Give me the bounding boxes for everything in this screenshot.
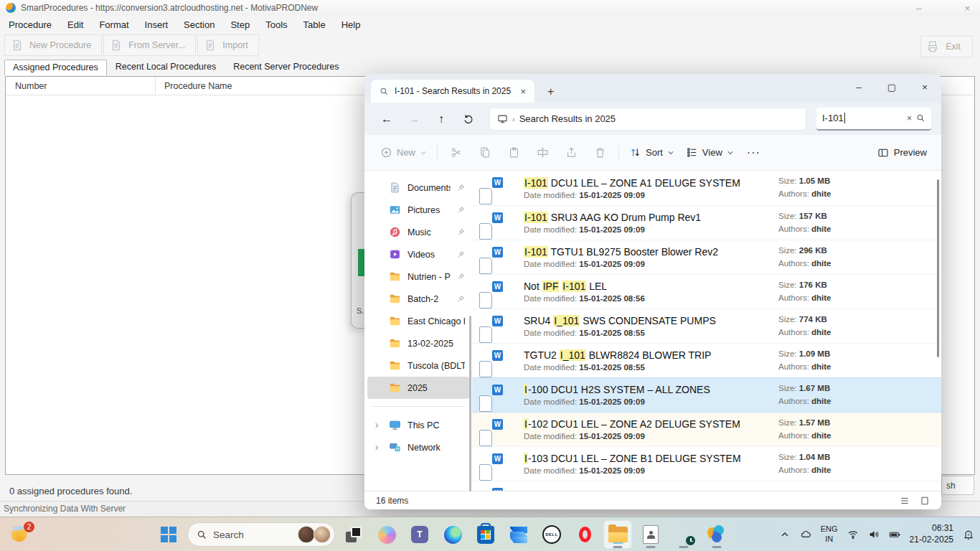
file-row[interactable]: WSRU4 I_101 SWS CONDENSATE PUMPSDate mod… [472, 309, 941, 343]
tray-chevron-up-icon[interactable] [779, 529, 791, 540]
sidebar-item-network[interactable]: Network [367, 436, 469, 458]
breadcrumb[interactable]: Search Results in 2025 [519, 113, 616, 124]
taskbar-edge-icon[interactable] [438, 520, 467, 549]
sidebar-item-documents[interactable]: Documents [367, 176, 469, 199]
taskbar-dell-icon[interactable]: DELL [537, 520, 566, 549]
toolbar-button-from-server[interactable]: From Server... [103, 34, 196, 56]
share-button[interactable] [557, 141, 585, 165]
sidebar-item-2025[interactable]: 2025 [367, 377, 469, 399]
taskbar-store-icon[interactable] [471, 520, 500, 549]
sidebar-item-music[interactable]: Music [367, 221, 469, 243]
cut-button[interactable] [442, 141, 471, 165]
menu-item-table[interactable]: Table [303, 19, 326, 30]
taskbar-teams-icon[interactable]: T [405, 520, 434, 549]
search-input-value[interactable]: I-101 [822, 113, 844, 123]
menu-item-format[interactable]: Format [99, 19, 128, 30]
exit-button[interactable]: Exit [920, 36, 973, 57]
sidebar-item-nutrien-pha[interactable]: Nutrien - Pha [367, 265, 469, 288]
taskbar-chrome-icon[interactable] [669, 520, 698, 549]
menu-item-step[interactable]: Step [230, 19, 250, 30]
menu-item-insert[interactable]: Insert [145, 19, 169, 30]
clock[interactable]: 06:31 21-02-2025 [910, 523, 953, 545]
menu-item-edit[interactable]: Edit [67, 19, 83, 30]
file-row[interactable]: WNot IPF I-101 LELDate modified: 15-01-2… [472, 274, 941, 309]
menu-item-procedure[interactable]: Procedure [9, 19, 52, 30]
more-options-button[interactable]: ··· [740, 146, 768, 159]
maximize-button[interactable]: ▢ [875, 74, 908, 100]
file-row[interactable]: WI-100 DCU1 H2S SYSTEM – ALL ZONESDate m… [472, 377, 941, 412]
language-indicator[interactable]: ENG IN [821, 524, 838, 545]
up-button[interactable]: ↑ [429, 108, 453, 131]
minimize-button[interactable]: – [842, 74, 875, 100]
large-icons-view-icon[interactable] [920, 496, 930, 506]
menu-item-help[interactable]: Help [341, 19, 361, 30]
file-row[interactable]: WI-101 DCU1 LEL – ZONE A1 DELUGE SYSTEMD… [472, 171, 941, 205]
search-box[interactable]: I-101 × [816, 108, 931, 131]
tab-close-icon[interactable]: × [517, 86, 529, 97]
taskbar-power-automate-icon[interactable] [504, 520, 533, 549]
delete-button[interactable] [585, 141, 614, 165]
forward-button[interactable]: → [402, 108, 426, 131]
sidebar-scrollbar[interactable] [469, 316, 471, 491]
file-row[interactable]: WTGTU2 I_101 BLWR8824 BLOWER TRIPDate mo… [472, 343, 941, 377]
toolbar-button-new-procedure[interactable]: New Procedure [4, 34, 102, 56]
taskbar-opera-icon[interactable] [570, 520, 599, 549]
partially-hidden-refresh-button[interactable]: sh [941, 476, 974, 495]
preview-toggle[interactable]: Preview [877, 147, 931, 159]
menu-item-section[interactable]: Section [184, 19, 215, 30]
taskbar-photos-icon[interactable] [636, 520, 665, 549]
address-bar[interactable]: › Search Results in 2025 [489, 108, 806, 131]
search-icon[interactable] [916, 113, 925, 123]
details-view-icon[interactable] [900, 496, 910, 506]
sidebar-item-13-02-2025[interactable]: 13-02-2025 [367, 332, 469, 354]
file-row[interactable]: WI-101 TGTU1 BL9275 Booster Blower Rev2D… [472, 240, 941, 274]
column-number[interactable]: Number [6, 81, 155, 91]
file-list-scrollbar[interactable] [937, 179, 939, 357]
column-procedure-name[interactable]: Procedure Name [164, 81, 232, 91]
rename-button[interactable] [528, 141, 557, 165]
wifi-icon[interactable] [847, 529, 859, 540]
new-button[interactable]: New [374, 141, 433, 165]
back-button[interactable]: ← [374, 108, 399, 131]
tab-recent-local-procedures[interactable]: Recent Local Procedures [107, 59, 225, 75]
file-main: I-100 DCU1 H2S SYSTEM – ALL ZONESDate mo… [524, 384, 778, 406]
file-row[interactable]: WI-103 DCU1 LEL – ZONE B1 DELUGE SYSTEMD… [472, 446, 941, 481]
copy-button[interactable] [471, 141, 499, 165]
taskbar-copilot-icon[interactable] [372, 520, 401, 549]
sidebar-item-videos[interactable]: Videos [367, 243, 469, 265]
clear-search-icon[interactable]: × [903, 113, 916, 123]
sidebar-item-tuscola-bdltu[interactable]: Tuscola (BDLTU [367, 354, 469, 377]
weather-widget-icon[interactable]: 2 [10, 523, 34, 546]
toolbar-button-import[interactable]: Import [197, 34, 258, 56]
refresh-button[interactable] [456, 108, 481, 131]
sidebar-item-pictures[interactable]: Pictures [367, 199, 469, 221]
sidebar-item-this-pc[interactable]: This PC [367, 414, 469, 436]
sort-button[interactable]: Sort [623, 141, 680, 165]
volume-icon[interactable] [868, 529, 880, 540]
taskbar-smartprocedures-icon[interactable] [702, 520, 731, 549]
minimize-button[interactable]: – [916, 4, 921, 13]
file-row[interactable]: WI-102 DCU1 LEL – ZONE A2 DELUGE SYSTEMD… [472, 412, 941, 446]
file-row[interactable]: WI-101 SRU3 AAG KO Drum Pump Rev1Date mo… [472, 205, 941, 240]
close-button[interactable]: × [964, 4, 970, 13]
sidebar-item-east-chicago-ea[interactable]: East Chicago Ea [367, 310, 469, 332]
taskbar-search-box[interactable]: Search [187, 522, 335, 547]
chevron-right-icon[interactable] [373, 444, 380, 451]
explorer-tab[interactable]: I-101 - Search Results in 2025 × [371, 80, 534, 103]
chevron-right-icon[interactable] [373, 422, 380, 429]
start-button[interactable] [154, 520, 183, 549]
battery-icon[interactable] [889, 529, 900, 540]
taskbar-task-view-icon[interactable] [339, 520, 368, 549]
file-row[interactable]: WI-104 DCU1 LEL – ZONE B2 DELUGE SYSTEM [472, 481, 941, 491]
sidebar-item-batch-2[interactable]: Batch-2 [367, 288, 469, 310]
tab-recent-server-procedures[interactable]: Recent Server Procedures [225, 59, 347, 75]
view-button[interactable]: View [680, 141, 740, 165]
new-tab-button[interactable]: + [547, 85, 554, 103]
taskbar-file-explorer-icon[interactable] [603, 520, 632, 549]
tab-assigned-procedures[interactable]: Assigned Procedures [4, 60, 107, 75]
onedrive-cloud-icon[interactable] [800, 529, 811, 540]
close-button[interactable]: × [908, 74, 941, 100]
paste-button[interactable] [499, 141, 528, 165]
do-not-disturb-bell-icon[interactable]: z [963, 529, 974, 540]
menu-item-tools[interactable]: Tools [265, 19, 287, 30]
